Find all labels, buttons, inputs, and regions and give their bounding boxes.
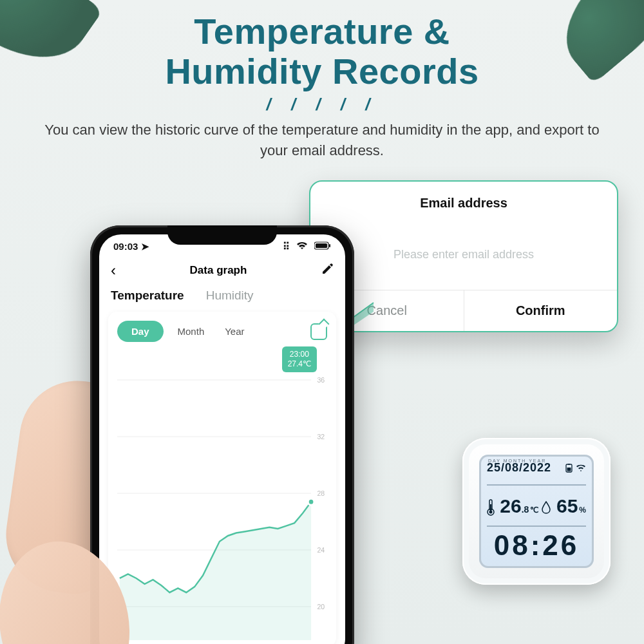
sensor-device: DAY MONTH YEAR 25/08/2022 26.8℃ 65% 08:2…	[462, 438, 611, 585]
phone-screen: 09:03 ➤ ⠿ ‹ Data graph	[99, 234, 345, 644]
humidity-reading: 65%	[541, 495, 586, 517]
svg-text:20: 20	[317, 603, 325, 611]
confirm-button[interactable]: Confirm	[464, 290, 618, 331]
phone-notch	[167, 225, 277, 245]
range-day[interactable]: Day	[117, 321, 164, 342]
app-bar: ‹ Data graph	[99, 252, 345, 285]
range-selector: Day Month Year	[117, 321, 327, 342]
wifi-icon	[296, 241, 310, 252]
svg-text:28: 28	[317, 489, 325, 497]
back-button[interactable]: ‹	[111, 261, 116, 279]
battery-icon	[314, 241, 331, 252]
hero-subtitle: You can view the historic curve of the t…	[39, 120, 605, 161]
tooltip-time: 23:00	[288, 350, 311, 359]
range-year[interactable]: Year	[218, 321, 251, 342]
status-right: ⠿	[279, 241, 331, 252]
hero-title-line2: Humidity Records	[165, 51, 478, 91]
edit-icon[interactable]	[321, 263, 334, 278]
page-title: Data graph	[190, 264, 247, 277]
svg-point-13	[308, 498, 314, 505]
location-icon: ➤	[141, 241, 149, 252]
battery-icon	[565, 464, 574, 473]
device-status-icons	[565, 463, 586, 473]
status-time: 09:03 ➤	[113, 241, 149, 252]
hand-holding-phone: 09:03 ➤ ⠿ ‹ Data graph	[19, 206, 380, 644]
chart-tooltip: 23:00 27.4℃	[282, 346, 317, 372]
svg-rect-15	[568, 464, 570, 465]
svg-rect-16	[567, 468, 571, 471]
wifi-icon	[576, 464, 586, 473]
device-lcd: DAY MONTH YEAR 25/08/2022 26.8℃ 65% 08:2…	[479, 455, 594, 568]
tooltip-value: 27.4℃	[288, 359, 311, 369]
hero-divider: / / / / /	[0, 95, 644, 115]
lcd-row-readings: 26.8℃ 65%	[487, 495, 586, 517]
hero-title-line1: Temperature &	[194, 11, 450, 52]
hero-block: Temperature & Humidity Records / / / / /…	[0, 12, 644, 161]
range-month[interactable]: Month	[171, 321, 211, 342]
hero-title: Temperature & Humidity Records	[0, 12, 644, 91]
svg-rect-1	[316, 243, 327, 248]
export-icon[interactable]	[310, 323, 327, 340]
device-clock: 08:26	[487, 526, 586, 562]
thermometer-icon	[487, 499, 495, 516]
date-labels: DAY MONTH YEAR	[488, 459, 546, 463]
tab-temperature[interactable]: Temperature	[111, 289, 184, 303]
phone-frame: 09:03 ➤ ⠿ ‹ Data graph	[90, 225, 354, 644]
lcd-divider	[487, 484, 586, 486]
svg-text:36: 36	[317, 376, 325, 384]
svg-text:24: 24	[317, 546, 325, 554]
tab-humidity[interactable]: Humidity	[206, 289, 254, 303]
cellular-icon: ⠿	[283, 241, 290, 252]
temperature-reading: 26.8℃	[487, 495, 538, 517]
chart-card: Day Month Year 23:00 27.4℃ 2024283236	[108, 312, 336, 644]
temperature-line-chart[interactable]: 2024283236	[117, 375, 327, 640]
svg-rect-20	[490, 504, 491, 512]
metric-tabs: Temperature Humidity	[99, 285, 345, 309]
device-date: 25/08/2022	[487, 461, 551, 475]
svg-rect-2	[329, 244, 330, 247]
svg-text:32: 32	[317, 433, 325, 440]
lcd-row-date: 25/08/2022	[487, 461, 586, 475]
droplet-icon	[541, 501, 551, 514]
